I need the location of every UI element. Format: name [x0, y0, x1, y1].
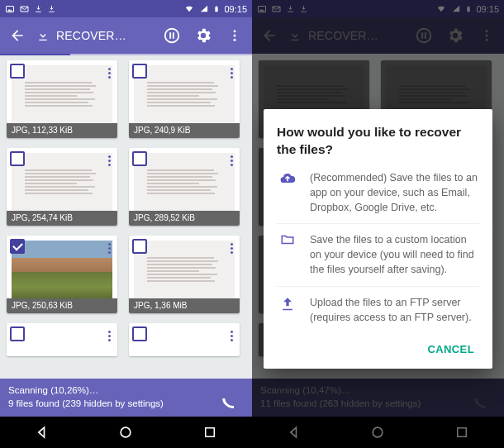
option-text: (Recommended) Save the files to an app o…: [310, 170, 479, 215]
scan-progress-bar: [0, 54, 252, 55]
file-caption: JPG, 250,63 KiB: [7, 298, 117, 313]
folder-icon: [277, 232, 298, 250]
mail-icon: [19, 4, 30, 14]
svg-rect-1: [216, 7, 218, 12]
file-caption: JPG, 1,36 MiB: [129, 298, 240, 313]
checkbox[interactable]: [10, 239, 25, 254]
spinner-icon: [218, 383, 249, 413]
cancel-button[interactable]: CANCEL: [422, 336, 479, 362]
checkbox[interactable]: [132, 239, 147, 254]
nav-back[interactable]: [19, 420, 65, 445]
scan-progress-text: Scanning (10,26%)…: [8, 384, 164, 398]
card-overflow[interactable]: [225, 239, 238, 257]
option-save-to-app[interactable]: (Recommended) Save the files to an app o…: [277, 170, 479, 223]
option-ftp-upload[interactable]: Upload the files to an FTP server (requi…: [277, 286, 479, 333]
signal-icon: [199, 4, 209, 13]
option-text: Upload the files to an FTP server (requi…: [310, 295, 479, 325]
checkbox[interactable]: [132, 64, 147, 79]
card-overflow[interactable]: [102, 64, 116, 82]
checkbox[interactable]: [132, 326, 147, 341]
file-card[interactable]: JPG, 289,52 KiB: [129, 148, 240, 226]
card-overflow[interactable]: [225, 326, 238, 345]
file-card[interactable]: JPG, 1,36 MiB: [129, 236, 240, 313]
svg-point-3: [165, 29, 179, 43]
status-panel: Scanning (10,26%)… 9 files found (239 hi…: [0, 379, 252, 417]
nav-recents[interactable]: [187, 420, 233, 445]
battery-icon: [213, 4, 220, 14]
file-card[interactable]: JPG, 254,74 KiB: [7, 148, 117, 226]
recover-dialog: How would you like to recover the files?…: [264, 109, 492, 369]
results-grid: JPG, 112,33 KiB JPG, 240,9 KiB JPG, 254,…: [0, 54, 252, 379]
checkbox[interactable]: [10, 326, 25, 341]
checkbox[interactable]: [10, 64, 25, 79]
status-bar: 09:15: [0, 0, 252, 17]
app-bar: RECOVER…: [0, 17, 252, 54]
card-overflow[interactable]: [102, 326, 116, 345]
card-overflow[interactable]: [102, 239, 116, 257]
nav-bar: [0, 417, 252, 448]
option-save-custom[interactable]: Save the files to a custom location on y…: [277, 223, 479, 285]
svg-point-4: [234, 30, 236, 32]
file-caption: JPG, 289,52 KiB: [129, 211, 240, 226]
svg-point-5: [234, 35, 236, 37]
download-arrow-icon: [36, 29, 50, 42]
file-caption: JPG, 112,33 KiB: [7, 123, 117, 138]
files-found-text: 9 files found (239 hidden by settings): [8, 398, 164, 411]
file-card[interactable]: JPG, 240,9 KiB: [129, 60, 240, 138]
option-text: Save the files to a custom location on y…: [310, 232, 479, 277]
download-icon: [34, 4, 43, 14]
svg-point-7: [121, 427, 131, 437]
upload-icon: [277, 295, 298, 313]
pause-button[interactable]: [159, 23, 184, 48]
card-overflow[interactable]: [225, 151, 238, 169]
svg-rect-2: [216, 6, 217, 7]
clock-text: 09:15: [224, 4, 247, 14]
file-card[interactable]: [129, 323, 240, 356]
file-card[interactable]: [7, 323, 117, 356]
cloud-upload-icon: [277, 170, 298, 188]
app-bar-title: RECOVER…: [56, 29, 126, 42]
checkbox[interactable]: [132, 151, 147, 166]
image-icon: [5, 4, 15, 14]
screen-left: 09:15 RECOVER… JPG, 112,33 KiB: [0, 0, 252, 448]
checkbox[interactable]: [10, 151, 25, 166]
svg-rect-8: [206, 428, 215, 437]
svg-point-6: [234, 39, 236, 41]
settings-button[interactable]: [191, 23, 216, 48]
overflow-button[interactable]: [222, 23, 247, 48]
file-card[interactable]: JPG, 250,63 KiB: [7, 236, 117, 313]
file-card[interactable]: JPG, 112,33 KiB: [7, 60, 117, 138]
wifi-icon: [183, 4, 195, 13]
screen-right: 09:15 RECOVER… Scanning (10,47%)… 11 fil…: [252, 0, 504, 448]
dialog-title: How would you like to recover the files?: [277, 124, 479, 159]
file-caption: JPG, 254,74 KiB: [7, 211, 117, 226]
card-overflow[interactable]: [225, 64, 238, 82]
file-caption: JPG, 240,9 KiB: [129, 123, 240, 138]
download-icon: [47, 4, 56, 14]
card-overflow[interactable]: [102, 151, 116, 169]
back-button[interactable]: [5, 23, 30, 48]
nav-home[interactable]: [102, 420, 149, 445]
